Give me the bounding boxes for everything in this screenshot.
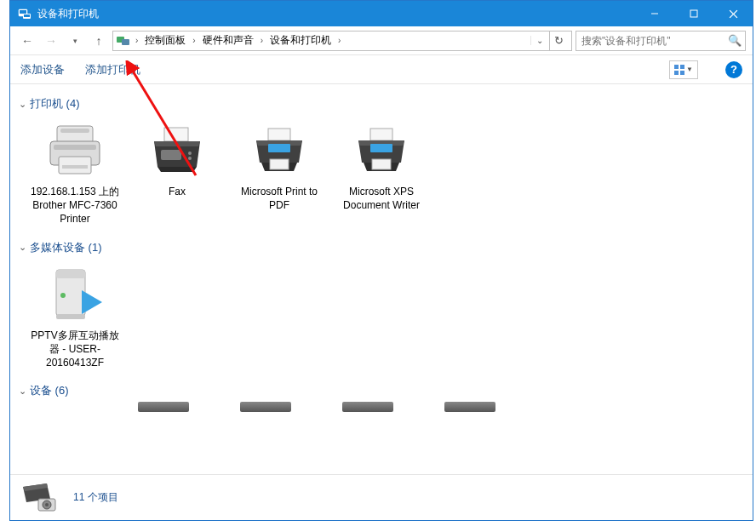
up-button[interactable]: ↑ [89, 31, 109, 51]
svg-point-22 [188, 152, 192, 155]
svg-rect-11 [680, 65, 684, 69]
device-item-partial[interactable] [138, 402, 189, 412]
svg-point-23 [188, 157, 192, 160]
group-header-printers[interactable]: ⌄ 打印机 (4) [19, 91, 744, 115]
group-title: 打印机 (4) [30, 96, 80, 112]
device-item-partial[interactable] [240, 402, 291, 412]
devices-icon [117, 34, 130, 48]
command-bar: 添加设备 添加打印机 ▼ ? [10, 55, 753, 84]
device-label: Microsoft XPS Document Writer [335, 185, 428, 212]
svg-rect-1 [20, 10, 26, 14]
collapse-chevron-icon: ⌄ [19, 242, 26, 253]
svg-rect-12 [674, 71, 679, 75]
title-bar: 设备和打印机 [10, 1, 753, 26]
forward-button[interactable]: → [41, 31, 61, 51]
device-item[interactable]: 192.168.1.153 上的 Brother MFC-7360 Printe… [24, 115, 126, 235]
breadcrumb-item[interactable]: 硬件和声音 [201, 33, 255, 48]
device-label: 192.168.1.153 上的 Brother MFC-7360 Printe… [28, 185, 122, 226]
svg-rect-3 [24, 14, 30, 17]
back-button[interactable]: ← [17, 31, 37, 51]
svg-rect-9 [122, 39, 129, 45]
device-item[interactable]: Microsoft Print to PDF [228, 115, 330, 235]
device-item[interactable]: PPTV多屏互动播放器 - USER-20160413ZF [24, 259, 126, 379]
svg-rect-21 [161, 150, 181, 160]
device-label: PPTV多屏互动播放器 - USER-20160413ZF [28, 329, 122, 370]
refresh-button[interactable]: ↻ [549, 31, 568, 50]
breadcrumb-item[interactable]: 设备和打印机 [268, 33, 333, 48]
svg-rect-33 [56, 314, 85, 319]
device-label: Fax [169, 185, 186, 198]
svg-rect-26 [270, 159, 289, 169]
device-item[interactable]: Fax [126, 115, 228, 235]
status-bar: 11 个项目 [10, 474, 753, 520]
svg-rect-31 [56, 270, 85, 278]
recent-locations-button[interactable]: ▾ [65, 31, 85, 51]
chevron-right-icon: › [335, 36, 344, 45]
svg-rect-29 [372, 159, 391, 169]
title-icon [17, 6, 32, 21]
svg-rect-15 [60, 129, 89, 133]
breadcrumb-item[interactable]: 控制面板 [143, 33, 187, 48]
add-printer-button[interactable]: 添加打印机 [85, 62, 140, 77]
svg-rect-17 [54, 145, 96, 150]
group-title: 设备 (6) [30, 383, 69, 398]
nav-row: ← → ▾ ↑ › 控制面板 › 硬件和声音 › 设备和打印机 › ⌄ ↻ 🔍 [10, 26, 753, 55]
address-bar[interactable]: › 控制面板 › 硬件和声音 › 设备和打印机 › ⌄ ↻ [112, 31, 572, 51]
add-device-label: 添加设备 [20, 62, 65, 77]
svg-rect-13 [680, 71, 684, 75]
svg-rect-28 [370, 144, 392, 152]
svg-rect-27 [370, 129, 392, 140]
media-server-icon [44, 266, 106, 323]
add-printer-label: 添加打印机 [85, 62, 140, 77]
svg-rect-10 [674, 65, 679, 69]
maximize-button[interactable] [674, 1, 713, 26]
svg-point-32 [60, 293, 66, 298]
view-mode-button[interactable]: ▼ [669, 60, 698, 79]
svg-rect-24 [268, 129, 290, 140]
devices-row-partial [19, 402, 744, 427]
group-header-devices[interactable]: ⌄ 设备 (6) [19, 378, 744, 402]
search-input[interactable] [580, 34, 728, 48]
group-header-media[interactable]: ⌄ 多媒体设备 (1) [19, 235, 744, 259]
collapse-chevron-icon: ⌄ [19, 99, 26, 110]
device-item-partial[interactable] [342, 402, 393, 412]
status-devices-icon [20, 481, 60, 515]
add-device-button[interactable]: 添加设备 [20, 62, 65, 77]
window-devices-and-printers: 设备和打印机 ← → ▾ ↑ › 控制面板 › 硬件和声音 [9, 0, 753, 521]
printer-icon [249, 122, 310, 180]
device-label: Microsoft Print to PDF [232, 185, 326, 212]
printer-icon [351, 122, 412, 180]
search-icon[interactable]: 🔍 [728, 34, 742, 47]
device-item-partial[interactable] [444, 402, 495, 412]
search-box[interactable]: 🔍 [576, 31, 746, 51]
printers-row: 192.168.1.153 上的 Brother MFC-7360 Printe… [19, 115, 744, 235]
media-row: PPTV多屏互动播放器 - USER-20160413ZF [19, 259, 744, 379]
content-area: ⌄ 打印机 (4) 192.168.1.153 上的 Brother MFC-7… [10, 84, 753, 474]
svg-rect-5 [690, 10, 697, 17]
group-title: 多媒体设备 (1) [30, 240, 102, 255]
chevron-right-icon: › [132, 36, 141, 45]
printer-mfp-icon [44, 122, 106, 180]
svg-point-36 [45, 503, 49, 506]
close-button[interactable] [713, 1, 753, 26]
status-count-label: 11 个项目 [73, 490, 118, 505]
minimize-button[interactable] [635, 1, 674, 26]
address-dropdown-button[interactable]: ⌄ [530, 36, 547, 45]
svg-rect-25 [268, 144, 290, 152]
svg-rect-19 [62, 165, 88, 169]
device-item[interactable]: Microsoft XPS Document Writer [330, 115, 432, 235]
collapse-chevron-icon: ⌄ [19, 386, 26, 397]
chevron-right-icon: › [257, 36, 266, 45]
svg-rect-20 [164, 128, 188, 141]
chevron-right-icon: › [189, 36, 198, 45]
help-button[interactable]: ? [725, 61, 742, 78]
fax-icon [146, 122, 208, 180]
window-title: 设备和打印机 [37, 7, 99, 21]
